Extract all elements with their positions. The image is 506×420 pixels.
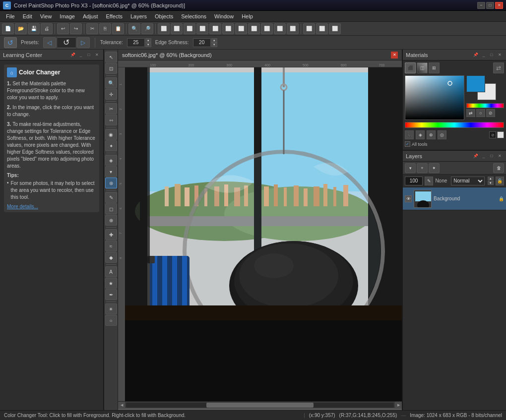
mat-null-bg[interactable]: ⊘ bbox=[489, 131, 496, 138]
blend-down[interactable]: ▼ bbox=[488, 181, 494, 185]
tb-paste[interactable]: 📋 bbox=[112, 23, 124, 34]
canvas-scrollbar-horizontal[interactable]: ◀ ▶ bbox=[118, 401, 402, 408]
tb-redo[interactable]: ↪ bbox=[70, 23, 82, 34]
menu-layers[interactable]: Layers bbox=[126, 12, 151, 20]
menu-view[interactable]: View bbox=[36, 12, 56, 20]
layers-minimize[interactable]: _ bbox=[480, 153, 487, 160]
menu-image[interactable]: Image bbox=[56, 12, 79, 20]
tb-zoom-in[interactable]: 🔍 bbox=[128, 23, 140, 34]
blend-up[interactable]: ▲ bbox=[488, 177, 494, 180]
tool-smudge[interactable]: ≈ bbox=[105, 240, 117, 251]
menu-effects[interactable]: Effects bbox=[102, 12, 126, 20]
edge-softness-up[interactable]: ▲ bbox=[211, 38, 217, 43]
minimize-button[interactable]: − bbox=[477, 2, 485, 9]
mat-null-icon[interactable]: ⊘ bbox=[486, 109, 495, 117]
tool-eyedropper[interactable]: ◈ bbox=[105, 155, 117, 166]
tb-save[interactable]: 💾 bbox=[28, 23, 40, 34]
edge-softness-input[interactable] bbox=[193, 38, 211, 47]
tool-dodge[interactable]: ○ bbox=[105, 315, 117, 326]
menu-file[interactable]: File bbox=[2, 12, 19, 20]
learning-home-icon[interactable]: ⌂ bbox=[7, 67, 17, 77]
tb-btn12[interactable]: ⬜ bbox=[303, 23, 315, 34]
mat-color-icon[interactable]: ◎ bbox=[438, 130, 446, 139]
mat-reset-icon[interactable]: ○ bbox=[476, 109, 485, 117]
layers-pin[interactable]: 📌 bbox=[472, 153, 479, 160]
tb-print[interactable]: 🖨 bbox=[41, 23, 53, 34]
mat-sample-icon[interactable]: ◈ bbox=[416, 130, 425, 139]
menu-window[interactable]: Window bbox=[210, 12, 238, 20]
menu-help[interactable]: Help bbox=[238, 12, 257, 20]
tool-brush[interactable]: ✎ bbox=[105, 192, 117, 203]
tolerance-input[interactable] bbox=[127, 38, 145, 47]
tool-burn[interactable]: ☀ bbox=[105, 303, 117, 314]
color-picker[interactable] bbox=[405, 75, 464, 120]
menu-objects[interactable]: Objects bbox=[151, 12, 177, 20]
canvas-close-button[interactable]: ✕ bbox=[391, 52, 398, 59]
tb-undo[interactable]: ↩ bbox=[57, 23, 69, 34]
preset-display[interactable]: ↺ bbox=[57, 37, 76, 48]
tb-btn7[interactable]: ⬜ bbox=[235, 23, 247, 34]
tb-btn1[interactable]: ⬜ bbox=[158, 23, 170, 34]
layers-tb-type[interactable]: ▾ bbox=[405, 163, 416, 173]
tb-open[interactable]: 📂 bbox=[15, 23, 27, 34]
mat-mode-solid[interactable]: ⬛ bbox=[405, 62, 416, 73]
tb-btn3[interactable]: ⬜ bbox=[184, 23, 195, 34]
materials-minimize[interactable]: _ bbox=[480, 52, 487, 59]
mat-mode-gradient[interactable]: ◫ bbox=[417, 62, 428, 73]
panel-close-icon[interactable]: ✕ bbox=[93, 52, 100, 59]
preset-next[interactable]: ▷ bbox=[77, 37, 90, 48]
tool-eraser[interactable]: ◻ bbox=[105, 203, 117, 214]
mat-fg-preview[interactable] bbox=[497, 131, 504, 138]
maximize-button[interactable]: □ bbox=[486, 2, 494, 9]
menu-selections[interactable]: Selections bbox=[177, 12, 210, 20]
tb-cut[interactable]: ✂ bbox=[86, 23, 98, 34]
tb-btn10[interactable]: ⬜ bbox=[274, 23, 286, 34]
tolerance-down[interactable]: ▼ bbox=[145, 43, 151, 47]
scrollbar-h-track[interactable] bbox=[126, 403, 394, 408]
tb-btn8[interactable]: ⬜ bbox=[248, 23, 260, 34]
menu-edit[interactable]: Edit bbox=[19, 12, 36, 20]
tb-zoom-out[interactable]: 🔎 bbox=[141, 23, 153, 34]
mat-phone-icon[interactable]: 📞 bbox=[405, 130, 414, 139]
panel-pin-icon[interactable]: 📌 bbox=[69, 52, 76, 59]
all-tools-checkbox[interactable]: ✓ bbox=[405, 141, 410, 147]
tool-preset-shape[interactable]: ★ bbox=[105, 278, 117, 289]
panel-maximize-icon[interactable]: □ bbox=[85, 52, 92, 59]
mat-mode-pattern[interactable]: ⊞ bbox=[429, 62, 440, 73]
layer-item-background[interactable]: 👁 Background 🔒 bbox=[403, 187, 506, 210]
layers-tb-new[interactable]: + bbox=[417, 163, 428, 173]
scrollbar-right-arrow[interactable]: ▶ bbox=[395, 402, 402, 409]
tool-lasso[interactable]: ◉ bbox=[105, 129, 117, 140]
primary-color-swatch[interactable] bbox=[466, 75, 485, 92]
canvas-image-container[interactable] bbox=[125, 67, 402, 401]
hue-slider-bar[interactable] bbox=[405, 122, 504, 128]
mat-mix-icon[interactable]: ⊕ bbox=[427, 130, 436, 139]
tool-pen[interactable]: ✒ bbox=[105, 289, 117, 300]
tb-btn11[interactable]: ⬜ bbox=[287, 23, 299, 34]
tool-straighten[interactable]: ⇿ bbox=[105, 115, 117, 125]
layers-tb-delete[interactable]: 🗑 bbox=[493, 163, 504, 173]
tb-btn5[interactable]: ⬜ bbox=[209, 23, 221, 34]
opacity-input[interactable] bbox=[405, 177, 423, 185]
edge-softness-down[interactable]: ▼ bbox=[211, 43, 217, 47]
tool-arrow[interactable]: ↖ bbox=[105, 52, 117, 62]
mat-arrows-icon[interactable]: ⇄ bbox=[493, 62, 504, 73]
scrollbar-left-arrow[interactable]: ◀ bbox=[118, 402, 125, 409]
tool-sharpen[interactable]: ◆ bbox=[105, 252, 117, 263]
tb-btn9[interactable]: ⬜ bbox=[261, 23, 273, 34]
tb-btn6[interactable]: ⬜ bbox=[222, 23, 234, 34]
tool-zoom[interactable]: 🔍 bbox=[105, 77, 117, 88]
tool-crop[interactable]: ✂ bbox=[105, 103, 117, 114]
tool-preset-icon[interactable]: ↺ bbox=[4, 37, 17, 48]
tolerance-spinner[interactable]: ▲ ▼ bbox=[145, 38, 151, 47]
layers-close[interactable]: ✕ bbox=[496, 153, 503, 160]
materials-pin[interactable]: 📌 bbox=[472, 52, 479, 59]
preset-prev[interactable]: ◁ bbox=[43, 37, 56, 48]
materials-maximize[interactable]: □ bbox=[488, 52, 495, 59]
hue-bar[interactable] bbox=[466, 103, 504, 108]
scrollbar-h-thumb[interactable] bbox=[206, 403, 314, 408]
more-details-link[interactable]: More details... bbox=[7, 204, 96, 209]
blend-mode-select[interactable]: Normal Multiply Screen Overlay bbox=[451, 177, 484, 185]
panel-minimize-icon[interactable]: _ bbox=[77, 52, 84, 59]
close-button[interactable]: ✕ bbox=[495, 2, 503, 9]
